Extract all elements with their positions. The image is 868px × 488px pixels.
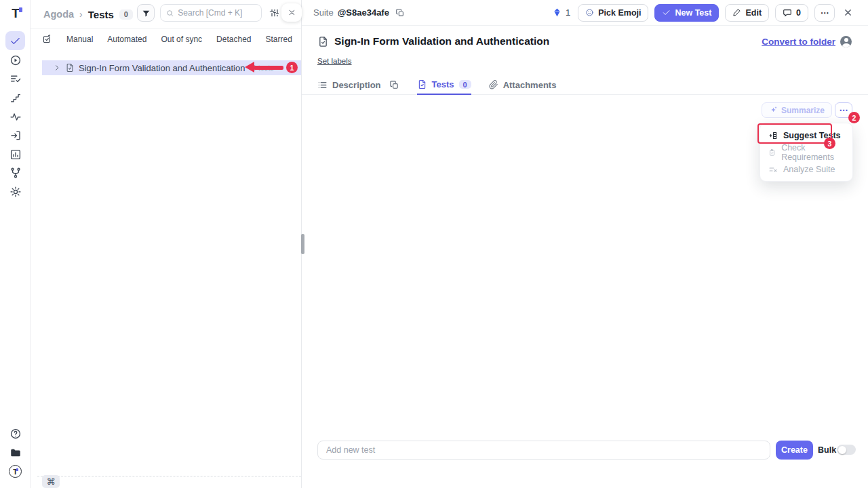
view-options-button[interactable] [269, 7, 280, 18]
bulk-select-button[interactable] [42, 34, 52, 44]
rail-item-projects[interactable] [9, 446, 22, 459]
suite-title-row: Sign-In Form Validation and Authenticati… [317, 35, 549, 47]
copy-icon [395, 8, 405, 18]
new-test-button[interactable]: New Test [654, 4, 719, 22]
filter-automated[interactable]: Automated [107, 35, 146, 44]
rail-item-runs[interactable] [9, 54, 22, 66]
menu-item-analyze-suite[interactable]: Analyze Suite [760, 161, 852, 178]
gem-icon [552, 7, 562, 18]
set-labels-link[interactable]: Set labels [317, 57, 352, 65]
filter-manual[interactable]: Manual [66, 35, 93, 44]
header-more-button[interactable]: ⋯ [814, 4, 835, 22]
rail-item-branches[interactable] [9, 166, 22, 179]
breadcrumb-separator: › [79, 9, 83, 20]
bar-chart-icon [9, 148, 22, 161]
tab-attachments-label: Attachments [503, 80, 557, 90]
gem-counter[interactable]: 1 [552, 7, 570, 18]
bulk-toggle[interactable] [837, 445, 856, 455]
tab-attachments[interactable]: Attachments [489, 75, 557, 94]
tab-tests-count-badge: 0 [459, 80, 471, 89]
breadcrumb-page[interactable]: Tests [88, 9, 114, 20]
help-circle-icon [9, 428, 22, 440]
list-icon [317, 80, 328, 90]
convert-to-folder-link[interactable]: Convert to folder [762, 37, 835, 47]
pick-emoji-label: Pick Emoji [598, 8, 641, 18]
rail-item-brand[interactable]: T [9, 465, 22, 478]
app-window: T [0, 0, 868, 488]
bulk-label: Bulk [818, 445, 836, 455]
search-input[interactable] [178, 8, 256, 18]
annotation-step-3: 3 [824, 138, 835, 149]
close-detail-button[interactable] [843, 7, 853, 18]
brand-circle-icon: T [9, 465, 22, 478]
search-bar[interactable] [160, 4, 262, 22]
rail-item-tests[interactable] [9, 35, 22, 47]
rail-item-analytics[interactable] [9, 110, 22, 123]
pencil-icon [732, 8, 741, 17]
new-test-label: New Test [675, 8, 711, 18]
play-circle-icon [9, 54, 22, 66]
pick-emoji-button[interactable]: Pick Emoji [578, 4, 648, 22]
chevron-right-icon [53, 64, 61, 72]
copy-description-button[interactable] [389, 75, 399, 94]
rail-item-import[interactable] [9, 129, 22, 142]
rail-item-help[interactable] [9, 427, 22, 440]
tree-panel: Agoda › Tests 0 Manual Automated Out of … [31, 0, 302, 488]
suite-title: Sign-In Form Validation and Authenticati… [79, 63, 245, 73]
copy-suite-id-button[interactable] [395, 8, 405, 18]
stairs-icon [9, 92, 22, 104]
check-icon [662, 8, 671, 17]
suite-detail-panel: Suite @S8ae34afe 1 Pick Emoji New Test [302, 0, 868, 488]
tree-footer-divider [37, 476, 301, 476]
breadcrumb: Agoda › Tests 0 [43, 5, 133, 23]
summarize-button[interactable]: Summarize [762, 102, 832, 118]
filter-button[interactable] [137, 4, 155, 22]
tab-tests-label: Tests [432, 79, 454, 89]
pick-emoji-icon [585, 8, 594, 17]
suite-type-label: Suite [313, 7, 334, 18]
filter-out-of-sync[interactable]: Out of sync [161, 35, 202, 44]
edit-label: Edit [745, 8, 762, 18]
panel-resize-handle[interactable] [301, 234, 304, 254]
menu-item-check-requirements[interactable]: Check Requirements [760, 144, 852, 161]
tree-header-divider [31, 28, 301, 29]
annotation-step-2: 2 [848, 112, 860, 123]
tab-tests[interactable]: Tests 0 [417, 75, 471, 95]
filter-detached[interactable]: Detached [216, 35, 251, 44]
tests-file-icon [417, 79, 427, 89]
convert-row: Convert to folder [762, 36, 852, 47]
list-check-icon [9, 73, 22, 85]
suite-detail-title: Sign-In Form Validation and Authenticati… [334, 35, 549, 47]
rail-item-settings[interactable] [9, 185, 22, 198]
filter-starred[interactable]: Starred [265, 35, 292, 44]
suite-detail-header: Suite @S8ae34afe 1 Pick Emoji New Test [302, 0, 868, 26]
tab-description[interactable]: Description [317, 75, 381, 94]
comments-button[interactable]: 0 [775, 4, 808, 22]
ai-actions-group: Summarize ⋯ [762, 102, 852, 118]
rail-item-steps[interactable] [9, 91, 22, 104]
keyboard-shortcut-button[interactable]: ⌘ [42, 475, 60, 488]
menu-item-label: Analyze Suite [783, 165, 835, 174]
suite-id: @S8ae34afe [338, 7, 389, 18]
avatar[interactable] [840, 36, 852, 47]
close-tree-overlay-button[interactable] [281, 3, 302, 22]
close-icon [288, 8, 296, 17]
rail-item-plans[interactable] [9, 72, 22, 85]
close-icon [843, 7, 853, 18]
suite-header-actions: 1 Pick Emoji New Test Edit 0 [552, 4, 853, 22]
edit-button[interactable]: Edit [725, 4, 769, 22]
branch-icon [9, 167, 22, 179]
suite-file-icon [317, 36, 329, 47]
comments-count: 0 [796, 8, 801, 18]
annotation-arrow-head [245, 62, 254, 73]
nav-rail: T [0, 0, 31, 488]
gear-icon [9, 186, 22, 198]
add-new-test-input[interactable] [317, 441, 770, 460]
breadcrumb-project[interactable]: Agoda [43, 9, 74, 20]
annotation-step-1: 1 [286, 62, 298, 73]
annotation-arrow-shaft [254, 66, 283, 70]
clipboard-check-icon [768, 148, 776, 157]
create-button[interactable]: Create [776, 441, 813, 460]
app-logo[interactable]: T [7, 5, 24, 22]
rail-item-reports[interactable] [9, 148, 22, 161]
